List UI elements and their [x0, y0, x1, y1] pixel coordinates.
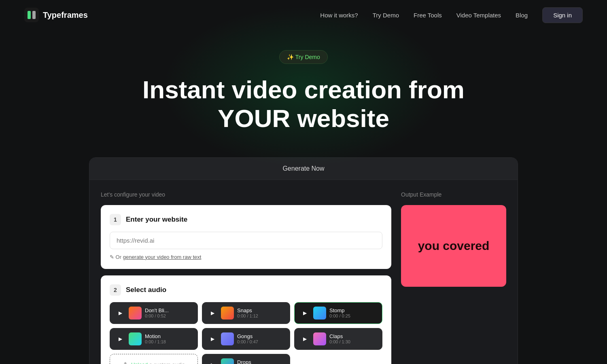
main-card-body: Let's configure your video 1 Enter your …: [89, 180, 518, 364]
audio-info: Snaps 0:00 / 1:12: [237, 307, 285, 318]
audio-info: Drops 0:00 / 1:46: [237, 359, 285, 364]
signin-button[interactable]: Sign in: [542, 7, 583, 23]
audio-name: Drops: [237, 359, 285, 364]
audio-name: Snaps: [237, 307, 285, 313]
step2-title: Select audio: [126, 286, 166, 294]
audio-item-motion[interactable]: ▶ Motion 0:00 / 1:18: [110, 328, 198, 350]
play-button[interactable]: ▶: [115, 334, 125, 344]
play-button[interactable]: ▶: [207, 334, 218, 344]
audio-item-claps[interactable]: ▶ Claps 0:00 / 1:30: [294, 328, 382, 350]
logo-icon: [24, 8, 39, 22]
audio-name: Stomp: [329, 307, 377, 313]
hero-section: ✨ Try Demo Instant video creation from Y…: [0, 30, 607, 145]
audio-name: Gongs: [237, 333, 285, 339]
audio-item-don-t-bli---[interactable]: ▶ Don't Bli... 0:00 / 0:52: [110, 302, 198, 324]
audio-thumb: [313, 332, 326, 345]
play-button[interactable]: ▶: [207, 308, 218, 318]
upload-icon: ⬆: [123, 361, 128, 364]
step1-number: 1: [110, 214, 121, 225]
play-button[interactable]: ▶: [299, 308, 310, 318]
generate-now-header[interactable]: Generate Now: [89, 158, 518, 180]
audio-time: 0:00 / 0:52: [145, 313, 193, 318]
play-button[interactable]: ▶: [207, 360, 218, 364]
audio-thumb: [313, 307, 326, 320]
audio-thumb: [221, 307, 234, 320]
step1-header: 1 Enter your website: [110, 214, 382, 225]
audio-info: Motion 0:00 / 1:18: [145, 333, 193, 344]
play-button[interactable]: ▶: [299, 334, 310, 344]
audio-name: Motion: [145, 333, 193, 339]
audio-info: Gongs 0:00 / 0:47: [237, 333, 285, 344]
logo[interactable]: Typeframes: [24, 8, 88, 22]
step1-card: 1 Enter your website ✎ Or generate your …: [101, 205, 391, 269]
nav-links: How it works? Try Demo Free Tools Video …: [320, 7, 583, 23]
audio-info: Stomp 0:00 / 0:25: [329, 307, 377, 318]
svg-rect-0: [24, 8, 39, 22]
audio-item-drops[interactable]: ▶ Drops 0:00 / 1:46: [202, 354, 290, 364]
nav-how-it-works[interactable]: How it works?: [320, 12, 358, 19]
nav-video-templates[interactable]: Video Templates: [456, 12, 501, 19]
upload-label: Upload a custom audio: [131, 362, 185, 364]
audio-time: 0:00 / 1:18: [145, 339, 193, 344]
left-panel: Let's configure your video 1 Enter your …: [101, 191, 401, 364]
output-preview: you covered: [401, 205, 506, 287]
svg-rect-1: [28, 11, 31, 19]
audio-time: 0:00 / 0:25: [329, 313, 377, 318]
audio-thumb: [129, 307, 142, 320]
svg-rect-2: [32, 11, 36, 19]
hero-title: Instant video creation from YOUR website: [142, 75, 465, 133]
nav-blog[interactable]: Blog: [516, 12, 528, 19]
audio-item-snaps[interactable]: ▶ Snaps 0:00 / 1:12: [202, 302, 290, 324]
nav-try-demo[interactable]: Try Demo: [373, 12, 399, 19]
audio-thumb: [221, 332, 234, 345]
website-url-input[interactable]: [110, 232, 382, 249]
play-button[interactable]: ▶: [115, 308, 125, 318]
main-card: Generate Now Let's configure your video …: [89, 157, 518, 364]
audio-time: 0:00 / 0:47: [237, 339, 285, 344]
audio-time: 0:00 / 1:30: [329, 339, 377, 344]
step2-card: 2 Select audio ▶ Don't Bli... 0:00 / 0:5…: [101, 275, 391, 364]
audio-thumb: [221, 358, 234, 364]
config-label: Let's configure your video: [101, 191, 391, 198]
audio-time: 0:00 / 1:12: [237, 313, 285, 318]
raw-text-hint: ✎ Or generate your video from raw text: [110, 254, 382, 260]
step2-header: 2 Select audio: [110, 284, 382, 296]
audio-info: Claps 0:00 / 1:30: [329, 333, 377, 344]
output-text: you covered: [413, 234, 495, 258]
audio-name: Claps: [329, 333, 377, 339]
audio-name: Don't Bli...: [145, 307, 193, 313]
audio-item-stomp[interactable]: ▶ Stomp 0:00 / 0:25: [294, 302, 382, 324]
nav-free-tools[interactable]: Free Tools: [414, 12, 442, 19]
raw-text-link[interactable]: generate your video from raw text: [123, 254, 202, 260]
step1-title: Enter your website: [126, 216, 187, 224]
upload-highlight: Upload: [131, 362, 148, 364]
audio-info: Don't Bli... 0:00 / 0:52: [145, 307, 193, 318]
audio-grid: ▶ Don't Bli... 0:00 / 0:52 ▶ Snaps 0:00 …: [110, 302, 382, 364]
audio-item-gongs[interactable]: ▶ Gongs 0:00 / 0:47: [202, 328, 290, 350]
navbar: Typeframes How it works? Try Demo Free T…: [0, 0, 607, 30]
output-label: Output Example: [401, 191, 506, 198]
right-panel: Output Example you covered: [401, 191, 506, 364]
logo-text: Typeframes: [43, 11, 88, 20]
audio-thumb: [129, 332, 142, 345]
upload-audio-button[interactable]: ⬆ Upload a custom audio: [110, 354, 198, 364]
step2-number: 2: [110, 284, 121, 296]
try-demo-badge[interactable]: ✨ Try Demo: [279, 50, 328, 64]
